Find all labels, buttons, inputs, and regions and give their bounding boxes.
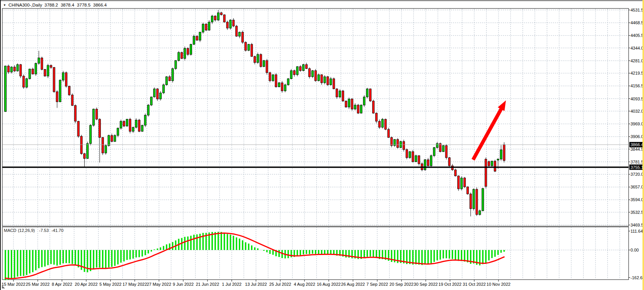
bearish-candle	[391, 137, 393, 145]
bearish-candle	[494, 161, 496, 171]
macd-histogram	[5, 232, 504, 280]
bullish-candle	[159, 93, 161, 99]
bearish-candle	[242, 32, 244, 42]
bullish-candle	[311, 71, 313, 77]
date-tick-label: 19 Oct 2022	[438, 282, 462, 287]
bullish-candle	[303, 65, 304, 71]
price-tick-label: 4156.5	[631, 83, 644, 88]
bearish-candle	[84, 153, 85, 158]
bullish-candle	[239, 32, 241, 37]
time-axis[interactable]: 15 Mar 202225 Mar 20228 Apr 202220 Apr 2…	[2, 280, 510, 287]
bearish-candle	[351, 99, 353, 109]
bearish-candle	[412, 152, 414, 162]
bullish-candle	[202, 24, 204, 32]
current-price-badge-text: 3866.4	[631, 142, 644, 147]
bullish-candle	[290, 71, 292, 79]
bullish-candle	[193, 36, 195, 44]
bearish-candle	[342, 91, 344, 101]
bearish-candle	[157, 89, 159, 99]
bullish-candle	[491, 161, 493, 166]
macd-pane[interactable]	[2, 227, 629, 280]
bearish-candle	[169, 77, 171, 81]
bearish-candle	[463, 178, 465, 187]
price-pane[interactable]	[2, 8, 629, 226]
title-close-value: 3866.4	[93, 3, 107, 7]
bearish-candle	[503, 145, 505, 160]
bullish-candle	[415, 156, 417, 162]
bearish-candle	[251, 44, 253, 57]
bearish-candle	[56, 92, 58, 102]
bearish-candle	[196, 36, 198, 40]
bullish-candle	[59, 80, 61, 102]
date-tick-label: 25 Mar 2022	[26, 282, 50, 287]
bearish-candle	[13, 67, 15, 71]
bullish-candle	[154, 89, 156, 97]
bearish-candle	[102, 137, 104, 153]
symbol-period-label: CHINA300-,Daily	[8, 3, 42, 7]
bearish-candle	[41, 58, 43, 69]
date-tick-label: 5 May 2022	[99, 282, 121, 287]
bearish-candle	[68, 86, 70, 95]
bearish-candle	[470, 194, 472, 208]
bearish-candle	[236, 26, 238, 36]
price-tick-label: 3781.5	[631, 160, 644, 164]
date-tick-label: 13 Jul 2022	[245, 282, 267, 287]
bearish-candle	[375, 113, 377, 121]
macd-tick-label: 111.64	[631, 229, 643, 233]
bearish-candle	[345, 101, 347, 107]
bullish-candle	[62, 73, 64, 80]
bearish-candle	[74, 105, 76, 121]
bullish-candle	[482, 188, 484, 211]
bullish-candle	[257, 55, 259, 63]
bullish-candle	[284, 85, 286, 91]
macd-signal-value: -41.70	[52, 228, 64, 233]
bearish-candle	[266, 60, 268, 73]
bearish-candle	[378, 121, 380, 127]
date-tick-label: 9 Jun 2022	[173, 282, 194, 287]
symbol-dropdown-icon[interactable]: ▼	[3, 3, 6, 7]
price-axis[interactable]: 4531.54468.54405.54344.04281.04219.54156…	[629, 8, 644, 280]
price-tick-label: 3969.0	[631, 122, 644, 126]
title-open-value: 3788.2	[44, 3, 58, 7]
chart-canvas[interactable]: 4531.54468.54405.54344.04281.04219.54156…	[1, 0, 644, 290]
bullish-candle	[172, 68, 174, 81]
bearish-candle	[205, 24, 207, 30]
bullish-candle	[500, 150, 502, 159]
bearish-candle	[333, 79, 335, 89]
bullish-candle	[87, 143, 89, 158]
price-tick-label: 4093.5	[631, 97, 644, 101]
bearish-candle	[403, 142, 405, 150]
bullish-candle	[296, 67, 298, 75]
bullish-candle	[190, 44, 192, 54]
bearish-candle	[96, 109, 98, 119]
bearish-candle	[309, 68, 311, 77]
price-tick-label: 4531.5	[631, 8, 644, 12]
bullish-candle	[263, 60, 265, 67]
bearish-candle	[181, 52, 183, 58]
bearish-candle	[53, 67, 55, 92]
price-tick-label: 4344.0	[631, 46, 644, 50]
bearish-candle	[20, 65, 22, 76]
bullish-candle	[26, 79, 28, 87]
price-tick-label: 4405.5	[631, 33, 644, 38]
bearish-candle	[214, 16, 216, 20]
bullish-candle	[47, 65, 49, 76]
bearish-candle	[80, 136, 82, 153]
date-tick-label: 16 Aug 2022	[317, 282, 341, 287]
bullish-candle	[199, 32, 201, 40]
macd-main-value: -7.53	[39, 228, 49, 233]
bullish-candle	[29, 69, 31, 78]
bearish-candle	[254, 57, 256, 63]
bearish-candle	[226, 22, 228, 28]
bullish-candle	[430, 156, 432, 166]
bullish-candle	[93, 109, 95, 125]
bearish-candle	[50, 65, 52, 67]
bullish-candle	[409, 152, 411, 158]
date-tick-label: 10 Nov 2022	[487, 282, 510, 287]
bearish-candle	[129, 119, 131, 132]
bullish-candle	[318, 75, 319, 81]
bearish-candle	[406, 150, 408, 158]
bullish-candle	[436, 143, 438, 148]
bearish-candle	[336, 89, 338, 97]
scroll-corner-icon	[2, 285, 5, 288]
